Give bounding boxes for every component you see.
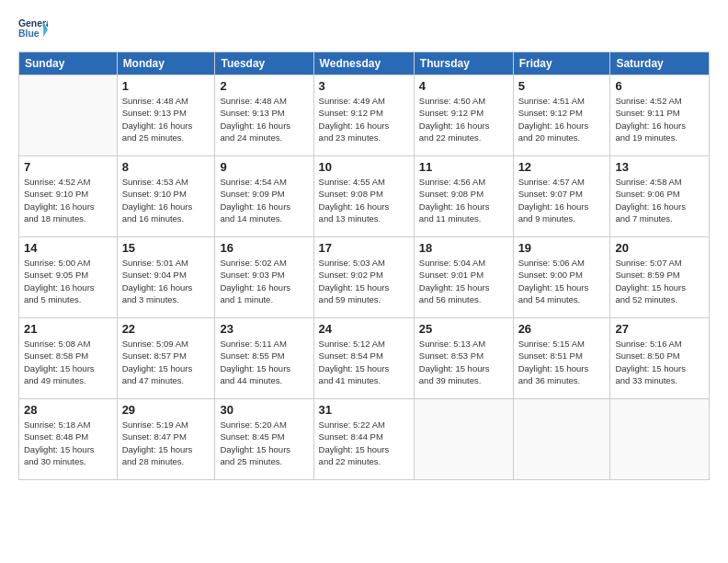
- day-number: 2: [220, 79, 308, 93]
- day-info: Sunrise: 4:57 AM Sunset: 9:07 PM Dayligh…: [518, 176, 606, 224]
- week-row-3: 14Sunrise: 5:00 AM Sunset: 9:05 PM Dayli…: [19, 237, 710, 318]
- day-number: 26: [518, 322, 606, 336]
- day-info: Sunrise: 5:02 AM Sunset: 9:03 PM Dayligh…: [220, 257, 308, 305]
- calendar-cell: [414, 399, 513, 480]
- calendar-cell: 18Sunrise: 5:04 AM Sunset: 9:01 PM Dayli…: [414, 237, 513, 318]
- calendar-cell: 21Sunrise: 5:08 AM Sunset: 8:58 PM Dayli…: [19, 318, 118, 399]
- day-number: 6: [615, 79, 704, 93]
- day-info: Sunrise: 5:07 AM Sunset: 8:59 PM Dayligh…: [615, 257, 704, 305]
- day-info: Sunrise: 5:09 AM Sunset: 8:57 PM Dayligh…: [122, 338, 210, 386]
- day-info: Sunrise: 4:55 AM Sunset: 9:08 PM Dayligh…: [319, 176, 409, 224]
- weekday-header-monday: Monday: [117, 52, 215, 75]
- day-number: 20: [615, 241, 704, 255]
- day-info: Sunrise: 5:03 AM Sunset: 9:02 PM Dayligh…: [319, 257, 409, 305]
- day-number: 27: [615, 322, 704, 336]
- calendar-cell: 25Sunrise: 5:13 AM Sunset: 8:53 PM Dayli…: [414, 318, 513, 399]
- day-info: Sunrise: 4:48 AM Sunset: 9:13 PM Dayligh…: [122, 95, 210, 144]
- calendar-cell: 26Sunrise: 5:15 AM Sunset: 8:51 PM Dayli…: [513, 318, 610, 399]
- day-info: Sunrise: 5:19 AM Sunset: 8:47 PM Dayligh…: [122, 419, 210, 467]
- day-number: 29: [122, 403, 210, 417]
- day-info: Sunrise: 4:48 AM Sunset: 9:13 PM Dayligh…: [220, 95, 308, 144]
- calendar-cell: 27Sunrise: 5:16 AM Sunset: 8:50 PM Dayli…: [610, 318, 710, 399]
- day-info: Sunrise: 5:11 AM Sunset: 8:55 PM Dayligh…: [220, 338, 308, 386]
- day-number: 13: [615, 160, 704, 174]
- day-number: 3: [319, 79, 409, 93]
- day-info: Sunrise: 5:22 AM Sunset: 8:44 PM Dayligh…: [319, 419, 409, 467]
- calendar-cell: 4Sunrise: 4:50 AM Sunset: 9:12 PM Daylig…: [414, 75, 513, 156]
- weekday-header-sunday: Sunday: [19, 52, 118, 75]
- calendar-cell: 2Sunrise: 4:48 AM Sunset: 9:13 PM Daylig…: [215, 75, 313, 156]
- calendar-cell: 19Sunrise: 5:06 AM Sunset: 9:00 PM Dayli…: [513, 237, 610, 318]
- calendar-cell: 20Sunrise: 5:07 AM Sunset: 8:59 PM Dayli…: [610, 237, 710, 318]
- day-info: Sunrise: 5:20 AM Sunset: 8:45 PM Dayligh…: [220, 419, 308, 467]
- calendar-cell: 9Sunrise: 4:54 AM Sunset: 9:09 PM Daylig…: [215, 156, 313, 237]
- calendar-cell: 10Sunrise: 4:55 AM Sunset: 9:08 PM Dayli…: [313, 156, 414, 237]
- day-info: Sunrise: 5:00 AM Sunset: 9:05 PM Dayligh…: [24, 257, 112, 305]
- day-info: Sunrise: 4:54 AM Sunset: 9:09 PM Dayligh…: [220, 176, 308, 224]
- weekday-header-row: SundayMondayTuesdayWednesdayThursdayFrid…: [19, 52, 710, 75]
- day-info: Sunrise: 5:16 AM Sunset: 8:50 PM Dayligh…: [615, 338, 704, 386]
- header: General Blue: [18, 15, 710, 44]
- calendar-table: SundayMondayTuesdayWednesdayThursdayFrid…: [18, 52, 710, 480]
- day-info: Sunrise: 4:56 AM Sunset: 9:08 PM Dayligh…: [419, 176, 508, 224]
- day-number: 9: [220, 160, 308, 174]
- day-number: 8: [122, 160, 210, 174]
- calendar-cell: 15Sunrise: 5:01 AM Sunset: 9:04 PM Dayli…: [117, 237, 215, 318]
- day-number: 4: [419, 79, 508, 93]
- day-number: 30: [220, 403, 308, 417]
- calendar-cell: 17Sunrise: 5:03 AM Sunset: 9:02 PM Dayli…: [313, 237, 414, 318]
- day-number: 15: [122, 241, 210, 255]
- day-info: Sunrise: 5:15 AM Sunset: 8:51 PM Dayligh…: [518, 338, 606, 386]
- calendar-cell: 13Sunrise: 4:58 AM Sunset: 9:06 PM Dayli…: [610, 156, 710, 237]
- calendar-cell: 31Sunrise: 5:22 AM Sunset: 8:44 PM Dayli…: [313, 399, 414, 480]
- calendar-cell: 5Sunrise: 4:51 AM Sunset: 9:12 PM Daylig…: [513, 75, 610, 156]
- day-info: Sunrise: 5:13 AM Sunset: 8:53 PM Dayligh…: [419, 338, 508, 386]
- day-number: 24: [319, 322, 409, 336]
- calendar-cell: 24Sunrise: 5:12 AM Sunset: 8:54 PM Dayli…: [313, 318, 414, 399]
- calendar-cell: 23Sunrise: 5:11 AM Sunset: 8:55 PM Dayli…: [215, 318, 313, 399]
- calendar-cell: 14Sunrise: 5:00 AM Sunset: 9:05 PM Dayli…: [19, 237, 118, 318]
- weekday-header-wednesday: Wednesday: [313, 52, 414, 75]
- weekday-header-tuesday: Tuesday: [215, 52, 313, 75]
- calendar-cell: 16Sunrise: 5:02 AM Sunset: 9:03 PM Dayli…: [215, 237, 313, 318]
- calendar-cell: 6Sunrise: 4:52 AM Sunset: 9:11 PM Daylig…: [610, 75, 710, 156]
- day-number: 10: [319, 160, 409, 174]
- weekday-header-friday: Friday: [513, 52, 610, 75]
- day-info: Sunrise: 5:06 AM Sunset: 9:00 PM Dayligh…: [518, 257, 606, 305]
- day-number: 21: [24, 322, 112, 336]
- calendar-cell: 29Sunrise: 5:19 AM Sunset: 8:47 PM Dayli…: [117, 399, 215, 480]
- calendar-cell: 28Sunrise: 5:18 AM Sunset: 8:48 PM Dayli…: [19, 399, 118, 480]
- day-number: 28: [24, 403, 112, 417]
- week-row-4: 21Sunrise: 5:08 AM Sunset: 8:58 PM Dayli…: [19, 318, 710, 399]
- day-number: 7: [24, 160, 112, 174]
- calendar-cell: 22Sunrise: 5:09 AM Sunset: 8:57 PM Dayli…: [117, 318, 215, 399]
- day-info: Sunrise: 5:04 AM Sunset: 9:01 PM Dayligh…: [419, 257, 508, 305]
- day-info: Sunrise: 5:08 AM Sunset: 8:58 PM Dayligh…: [24, 338, 112, 386]
- day-number: 23: [220, 322, 308, 336]
- day-number: 11: [419, 160, 508, 174]
- svg-text:Blue: Blue: [18, 29, 40, 39]
- day-info: Sunrise: 4:50 AM Sunset: 9:12 PM Dayligh…: [419, 95, 508, 144]
- week-row-5: 28Sunrise: 5:18 AM Sunset: 8:48 PM Dayli…: [19, 399, 710, 480]
- page: General Blue SundayMondayTuesdayWednesda…: [0, 0, 728, 563]
- day-number: 17: [319, 241, 409, 255]
- day-number: 14: [24, 241, 112, 255]
- day-info: Sunrise: 4:58 AM Sunset: 9:06 PM Dayligh…: [615, 176, 704, 224]
- day-number: 16: [220, 241, 308, 255]
- day-number: 5: [518, 79, 606, 93]
- day-number: 31: [319, 403, 409, 417]
- logo-svg: General Blue: [18, 15, 48, 44]
- day-info: Sunrise: 5:18 AM Sunset: 8:48 PM Dayligh…: [24, 419, 112, 467]
- day-info: Sunrise: 4:52 AM Sunset: 9:11 PM Dayligh…: [615, 95, 704, 144]
- week-row-2: 7Sunrise: 4:52 AM Sunset: 9:10 PM Daylig…: [19, 156, 710, 237]
- calendar-cell: [19, 75, 118, 156]
- week-row-1: 1Sunrise: 4:48 AM Sunset: 9:13 PM Daylig…: [19, 75, 710, 156]
- day-info: Sunrise: 4:52 AM Sunset: 9:10 PM Dayligh…: [24, 176, 112, 224]
- day-number: 18: [419, 241, 508, 255]
- day-info: Sunrise: 4:51 AM Sunset: 9:12 PM Dayligh…: [518, 95, 606, 144]
- day-info: Sunrise: 4:49 AM Sunset: 9:12 PM Dayligh…: [319, 95, 409, 144]
- day-info: Sunrise: 5:12 AM Sunset: 8:54 PM Dayligh…: [319, 338, 409, 386]
- day-number: 25: [419, 322, 508, 336]
- day-number: 19: [518, 241, 606, 255]
- day-number: 12: [518, 160, 606, 174]
